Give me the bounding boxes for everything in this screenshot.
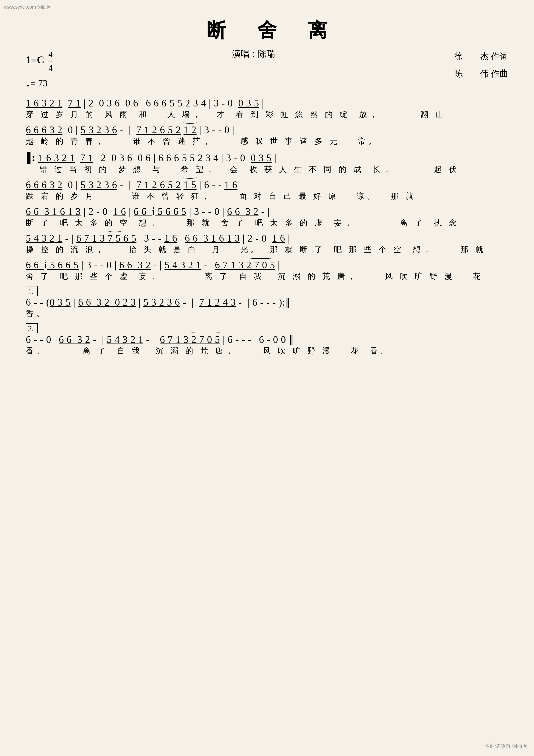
music-row-7: 6 6 i· 5 6 6 5 | 3 - - 0 | 6 6 3 2 - | 5…	[26, 259, 508, 282]
song-title: 断 舍 离	[26, 17, 508, 43]
time-denominator: 4	[48, 62, 53, 74]
music-row-9-volta2: 2. 6 - - 0 | 6 6 3 2 - | 5 4 3 2 1 - | 6…	[26, 323, 508, 356]
performer-label: 演唱：	[232, 49, 258, 59]
lyrics-row-7: 舍 了 吧 那 些 个 虚 妄， 离 了 自 我 沉 溺 的 荒 唐， 风 吹 …	[26, 271, 508, 282]
lyrics-row-5: 断 了 吧 太 多 的 空 想， 那 就 舍 了 吧 太 多 的 虚 妄， 离 …	[26, 218, 508, 228]
music-row-1: 1 6 3 2 1 7 1 | 2 0 3 6 0 6 | 6 6 6 5 5 …	[26, 97, 508, 120]
key-label: 1=C	[26, 54, 44, 66]
volta2-label: 2.	[28, 324, 34, 333]
performer-name: 陈瑞	[258, 49, 275, 59]
watermark-top: www.syxcl.com 词曲网	[4, 4, 51, 10]
lyricist-suffix: 杰 作词	[480, 51, 508, 61]
music-row-8-volta1: 1. 6 - - (0 3 5 | 6 6 3 2 0 2 3 | 5 3 2 …	[26, 286, 508, 319]
music-row-2: 6 6 6 3 2 0 | 5 3 2 3 6 - | 7 1 2 6 5 2 …	[26, 124, 508, 147]
composer-suffix: 伟 作曲	[480, 69, 508, 78]
lyrics-row-4: 跌 宕 的 岁 月 谁 不 曾 轻 狂， 面 对 自 己 最 好 原 谅。 那 …	[26, 191, 508, 202]
music-row-4: 6 6 6 3 2 0 | 5 3 2 3 6 - | 7 1 2 6 5 2 …	[26, 179, 508, 202]
lyrics-row-3: 错 过 当 初 的 梦 想 与 希 望， 会 收 获 人 生 不 同 的 成 长…	[26, 164, 508, 175]
lyrics-row-8: 香。	[26, 309, 508, 319]
music-row-5: 6 6 3 1 6 1 3 | 2 - 0 1 6 | 6 6 i· 5 6 6…	[26, 206, 508, 228]
lyricist-label: 徐	[454, 51, 463, 61]
composer-label: 陈	[454, 69, 463, 78]
lyrics-row-2: 越 岭 的 青 春， 谁 不 曾 迷 茫， 感 叹 世 事 诸 多 无 常。	[26, 136, 508, 147]
music-row-3: ‖: 1 6 3 2 1 7 1 | 2 0 3 6 0 6 | 6 6 6 5…	[26, 151, 508, 175]
lyrics-row-1: 穿 过 岁 月 的 风 雨 和 人 墙， 才 看 到 彩 虹 悠 然 的 绽 放…	[26, 109, 508, 120]
watermark-bottom: 本曲谱源自 词曲网	[485, 742, 527, 749]
lyrics-row-9: 香。 离 了 自 我 沉 溺 的 荒 唐， 风 吹 旷 野 漫 花 香。	[26, 346, 508, 356]
lyrics-row-6: 操 控 的 流 浪， 抬 头 就 是 白 月 光。 那 就 断 了 吧 那 些 …	[26, 244, 508, 255]
time-numerator: 4	[48, 48, 53, 62]
music-row-6: 5 4 3 2 1 - | 6 7 1 3 7 5 6 5 | 3 - - 1 …	[26, 232, 508, 255]
tempo-marking: ♩= 73	[26, 76, 53, 91]
volta1-label: 1.	[28, 287, 34, 296]
